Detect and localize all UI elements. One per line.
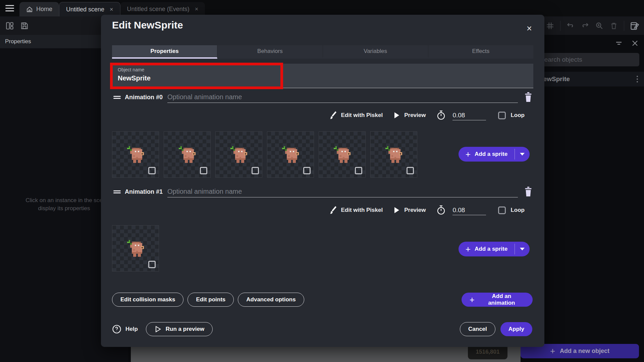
sprite-frame-thumbnail[interactable] — [112, 225, 159, 272]
drag-handle-icon[interactable] — [113, 189, 121, 194]
top-tab-bar: Home Untitled scene × Untitled scene (Ev… — [0, 0, 644, 16]
sprite-frame-thumbnail[interactable] — [319, 131, 366, 178]
loop-checkbox[interactable] — [498, 112, 506, 119]
home-icon — [26, 6, 33, 13]
animation-name-input[interactable] — [167, 92, 518, 103]
add-sprite-button[interactable]: +Add a sprite — [459, 147, 530, 162]
sprite-frame-thumbnail[interactable] — [215, 131, 262, 178]
trash-icon[interactable] — [609, 21, 618, 30]
preview-button[interactable]: Preview — [393, 206, 426, 214]
animation-label: Animation #1 — [125, 188, 163, 195]
help-button[interactable]: Help — [112, 324, 138, 334]
edit-object-dialog: Edit NewSprite × Properties Behaviors Va… — [101, 15, 544, 347]
toolbar-separator — [560, 21, 560, 31]
delete-animation-icon[interactable] — [523, 186, 533, 197]
pig-sprite-image — [281, 145, 300, 164]
filter-icon[interactable] — [615, 40, 623, 47]
save-icon[interactable] — [20, 21, 29, 30]
sprite-frame-thumbnail[interactable] — [267, 131, 314, 178]
redo-icon[interactable] — [581, 21, 589, 30]
frame-select-checkbox[interactable] — [407, 167, 414, 174]
dialog-title: Edit NewSprite — [112, 19, 183, 31]
add-object-label: Add a new object — [560, 348, 609, 355]
tab-behaviors[interactable]: Behaviors — [217, 45, 323, 57]
sprite-frame-thumbnail[interactable] — [164, 131, 211, 178]
undo-icon[interactable] — [566, 21, 575, 30]
object-menu-dots-icon[interactable] — [637, 76, 638, 82]
frame-select-checkbox[interactable] — [200, 167, 207, 174]
play-outline-icon — [154, 325, 162, 333]
apply-button[interactable]: Apply — [500, 322, 532, 336]
cancel-button[interactable]: Cancel — [460, 322, 495, 336]
tab-untitled-scene-events[interactable]: Untitled scene (Events) × — [120, 2, 205, 16]
pig-sprite-image — [229, 145, 249, 164]
tab-untitled-scene[interactable]: Untitled scene × — [59, 2, 120, 16]
pig-sprite-image — [177, 145, 197, 164]
dialog-tab-bar: Properties Behaviors Variables Effects — [112, 45, 533, 59]
run-preview-button[interactable]: Run a preview — [146, 322, 213, 336]
close-tab-icon[interactable]: × — [193, 6, 199, 13]
zoom-in-icon[interactable] — [595, 21, 604, 30]
animation-1-controls: Edit with Piskel Preview Loop — [112, 204, 533, 216]
tab-events-label: Untitled scene (Events) — [127, 6, 190, 13]
close-tab-icon[interactable]: × — [108, 6, 113, 13]
animation-0-header: Animation #0 — [112, 91, 533, 103]
tab-variables[interactable]: Variables — [323, 45, 428, 57]
tab-home-label: Home — [36, 6, 52, 13]
delete-animation-icon[interactable] — [523, 92, 533, 103]
edit-events-icon[interactable] — [630, 21, 639, 31]
object-name-input[interactable] — [118, 74, 285, 82]
loop-checkbox[interactable] — [498, 206, 506, 214]
frame-select-checkbox[interactable] — [252, 167, 259, 174]
preview-button[interactable]: Preview — [393, 112, 426, 119]
hamburger-menu-icon[interactable] — [5, 5, 14, 12]
add-sprite-button[interactable]: +Add a sprite — [459, 242, 530, 256]
advanced-options-button[interactable]: Advanced options — [238, 293, 304, 307]
time-between-frames-input[interactable] — [452, 110, 486, 120]
time-between-frames-input[interactable] — [452, 205, 486, 215]
sprite-frame-thumbnail[interactable] — [112, 131, 159, 178]
animation-label: Animation #0 — [125, 94, 163, 101]
object-name-field-label: Object name — [118, 67, 144, 72]
search-objects-input[interactable] — [536, 53, 639, 66]
drag-handle-icon[interactable] — [113, 95, 121, 100]
tab-properties[interactable]: Properties — [112, 45, 217, 59]
grid-icon[interactable] — [546, 21, 554, 30]
add-animation-button[interactable]: + Add an animation — [462, 293, 533, 307]
object-name-field[interactable]: Object name — [112, 64, 533, 88]
loop-label: Loop — [511, 207, 525, 214]
edit-collision-masks-button[interactable]: Edit collision masks — [112, 293, 183, 307]
animation-name-input[interactable] — [167, 186, 518, 197]
animation-0-frames — [112, 131, 417, 178]
plus-icon: + — [550, 346, 555, 356]
close-panel-icon[interactable] — [631, 40, 639, 47]
plus-icon: + — [466, 244, 471, 254]
sprite-frame-thumbnail[interactable] — [370, 131, 417, 178]
dialog-close-icon[interactable]: × — [525, 24, 534, 33]
chevron-down-icon — [520, 153, 525, 156]
frame-select-checkbox[interactable] — [148, 167, 156, 174]
tab-effects[interactable]: Effects — [428, 45, 533, 57]
chevron-down-icon — [520, 247, 525, 251]
play-icon — [393, 112, 400, 119]
frame-select-checkbox[interactable] — [355, 167, 362, 174]
animation-1-header: Animation #1 — [112, 186, 533, 198]
help-icon — [112, 324, 121, 334]
brush-icon — [329, 111, 337, 120]
animation-0-controls: Edit with Piskel Preview Loop — [112, 110, 533, 121]
frame-select-checkbox[interactable] — [148, 261, 156, 268]
add-sprite-dropdown-arrow[interactable] — [515, 153, 530, 156]
tab-home[interactable]: Home — [19, 2, 59, 16]
tab-scene-label: Untitled scene — [66, 6, 104, 13]
toolbar-separator — [624, 21, 624, 31]
add-sprite-dropdown-arrow[interactable] — [515, 247, 530, 251]
frame-select-checkbox[interactable] — [303, 167, 311, 174]
edit-with-piskel-button[interactable]: Edit with Piskel — [329, 206, 383, 215]
play-icon — [393, 206, 400, 214]
stopwatch-icon — [436, 110, 446, 120]
edit-with-piskel-button[interactable]: Edit with Piskel — [329, 111, 383, 120]
toggle-panels-icon[interactable] — [5, 21, 14, 30]
plus-icon: + — [466, 149, 471, 160]
edit-points-button[interactable]: Edit points — [187, 293, 234, 307]
pig-sprite-image — [332, 145, 352, 164]
